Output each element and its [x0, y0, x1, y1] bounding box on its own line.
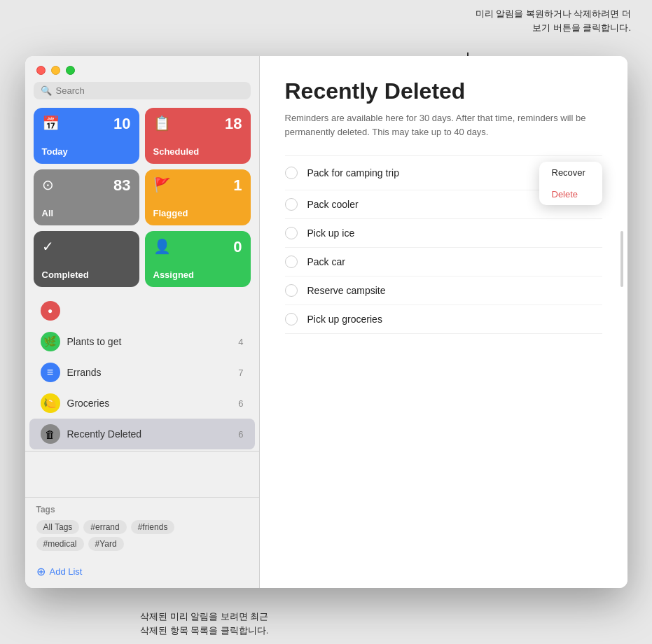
reminder-item-1: Pack for camping trip ··· Recover Delete: [285, 155, 602, 190]
today-icon: 📅: [42, 115, 60, 132]
list-icon-recently-deleted: 🗑: [41, 424, 60, 444]
flagged-icon: 🚩: [153, 176, 171, 193]
maximize-button[interactable]: [66, 66, 75, 75]
list-item-plants[interactable]: 🌿 Plants to get 4: [29, 326, 255, 357]
tags-row-2: #medical #Yard: [36, 537, 248, 551]
reminder-text-4: Pack car: [307, 256, 602, 267]
reminder-item-3: Pick up ice: [285, 219, 602, 248]
delete-button[interactable]: Delete: [539, 183, 602, 205]
completed-label: Completed: [42, 270, 131, 280]
flagged-label: Flagged: [153, 208, 242, 218]
reminder-item-4: Pack car: [285, 248, 602, 276]
list-count-recently-deleted: 6: [238, 429, 243, 440]
smart-lists-grid: 📅 10 Today 📋 18 Scheduled ⊙ 83 All: [25, 108, 259, 293]
reminder-list: Pack for camping trip ··· Recover Delete…: [285, 155, 602, 334]
scheduled-label: Scheduled: [153, 146, 242, 157]
scrollbar[interactable]: [620, 231, 623, 287]
list-item-groceries[interactable]: 🍋 Groceries 6: [29, 388, 255, 419]
main-content: Recently Deleted Reminders are available…: [260, 56, 627, 588]
annotation-bottom: 삭제된 미리 알림을 보려면 최근 삭제된 항목 목록을 클릭합니다.: [140, 610, 268, 637]
tag-medical[interactable]: #medical: [36, 537, 84, 551]
smart-list-flagged[interactable]: 🚩 1 Flagged: [145, 169, 251, 225]
add-list-icon: ⊕: [36, 565, 46, 578]
page-subtitle: Reminders are available here for 30 days…: [285, 111, 602, 139]
list-item-unnamed[interactable]: ●: [29, 295, 255, 326]
sidebar: 🔍 📅 10 Today 📋 18 Scheduled: [25, 56, 260, 588]
tags-section: Tags All Tags #errand #friends #medical …: [25, 497, 259, 558]
reminder-text-3: Pick up ice: [307, 227, 602, 239]
list-icon-groceries: 🍋: [41, 393, 60, 413]
recover-button[interactable]: Recover: [539, 162, 602, 183]
reminder-text-5: Reserve campsite: [307, 285, 602, 296]
app-window: 🔍 📅 10 Today 📋 18 Scheduled: [25, 56, 627, 588]
list-name-errands: Errands: [67, 367, 239, 378]
search-bar[interactable]: 🔍: [34, 82, 251, 99]
completed-icon: ✓: [42, 238, 54, 255]
sidebar-divider: [25, 451, 259, 451]
list-name-recently-deleted: Recently Deleted: [67, 428, 239, 440]
list-name-plants: Plants to get: [67, 336, 239, 347]
tag-all-tags[interactable]: All Tags: [36, 520, 80, 534]
scheduled-icon: 📋: [153, 115, 171, 132]
context-menu: Recover Delete: [539, 162, 602, 205]
all-count: 83: [113, 176, 130, 195]
today-count: 10: [113, 115, 130, 133]
add-list-button[interactable]: ⊕ Add List: [25, 558, 259, 588]
assigned-icon: 👤: [153, 238, 171, 255]
smart-list-today[interactable]: 📅 10 Today: [34, 108, 139, 164]
reminder-item-6: Pick up groceries: [285, 305, 602, 334]
all-icon: ⊙: [42, 176, 54, 193]
reminder-checkbox-5[interactable]: [285, 284, 298, 297]
reminder-checkbox-3[interactable]: [285, 227, 298, 239]
search-input[interactable]: [56, 85, 244, 96]
list-icon-red: ●: [41, 301, 60, 321]
list-item-recently-deleted[interactable]: 🗑 Recently Deleted 6: [29, 419, 255, 449]
reminder-checkbox-2[interactable]: [285, 198, 298, 211]
assigned-count: 0: [233, 238, 242, 256]
smart-list-assigned[interactable]: 👤 0 Assigned: [145, 231, 251, 287]
list-icon-plants: 🌿: [41, 332, 60, 351]
custom-lists: ● 🌿 Plants to get 4 ≡ Errands 7: [25, 293, 259, 497]
list-count-plants: 4: [238, 337, 243, 347]
list-icon-errands: ≡: [41, 363, 60, 382]
tags-row-1: All Tags #errand #friends: [36, 520, 248, 534]
assigned-label: Assigned: [153, 270, 242, 280]
list-count-errands: 7: [238, 368, 243, 378]
minimize-button[interactable]: [51, 66, 60, 75]
tag-errand[interactable]: #errand: [83, 520, 126, 534]
titlebar: [25, 56, 259, 82]
reminder-text-6: Pick up groceries: [307, 314, 602, 325]
list-name-groceries: Groceries: [67, 398, 239, 409]
list-item-errands[interactable]: ≡ Errands 7: [29, 357, 255, 388]
annotation-top: 미리 알림을 복원하거나 삭제하려면 더 보기 버튼을 클릭합니다.: [476, 7, 631, 34]
list-count-groceries: 6: [238, 398, 243, 409]
scheduled-count: 18: [225, 115, 242, 133]
search-icon: 🔍: [41, 85, 52, 96]
today-label: Today: [42, 146, 131, 157]
reminder-item-5: Reserve campsite: [285, 276, 602, 305]
smart-list-completed[interactable]: ✓ Completed: [34, 231, 139, 287]
page-title: Recently Deleted: [285, 78, 602, 104]
smart-list-all[interactable]: ⊙ 83 All: [34, 169, 139, 225]
close-button[interactable]: [36, 66, 46, 75]
tag-friends[interactable]: #friends: [131, 520, 175, 534]
reminder-checkbox-6[interactable]: [285, 313, 298, 326]
flagged-count: 1: [233, 176, 242, 195]
reminder-checkbox-1[interactable]: [285, 167, 298, 179]
all-label: All: [42, 208, 131, 218]
reminder-checkbox-4[interactable]: [285, 255, 298, 268]
tag-yard[interactable]: #Yard: [88, 537, 124, 551]
tags-label: Tags: [36, 505, 248, 514]
add-list-label: Add List: [50, 566, 83, 577]
smart-list-scheduled[interactable]: 📋 18 Scheduled: [145, 108, 251, 164]
